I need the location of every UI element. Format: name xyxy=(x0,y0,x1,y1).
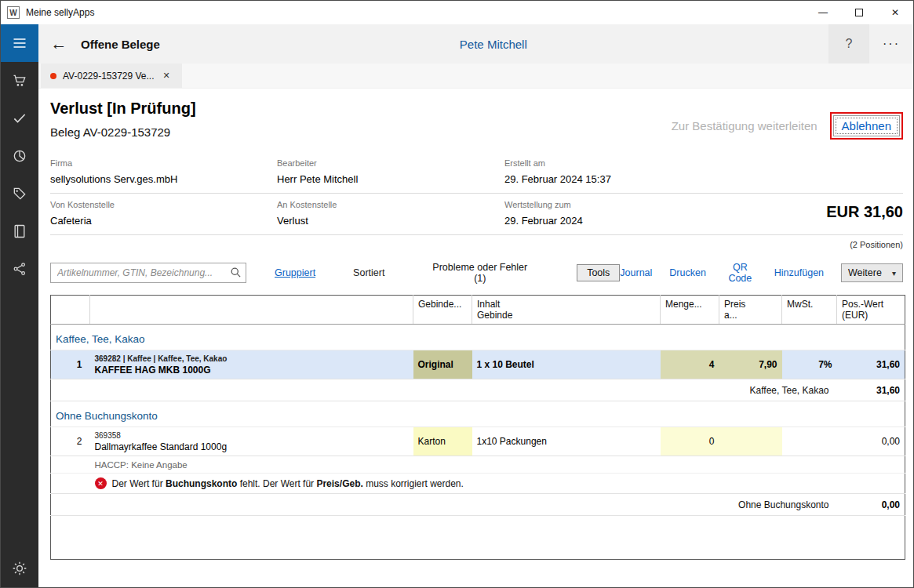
help-icon: ? xyxy=(846,37,853,50)
ellipsis-icon: ··· xyxy=(883,37,900,50)
print-link[interactable]: Drucken xyxy=(669,267,706,278)
window-controls: — ✕ xyxy=(805,1,913,24)
document-title: Verlust [In Prüfung] xyxy=(50,100,196,118)
help-button[interactable]: ? xyxy=(828,24,869,64)
item-number-cell: 1 xyxy=(51,350,90,379)
item-article-meta: 369358 xyxy=(95,431,409,440)
tab-label: AV-0229-153729 Ve... xyxy=(63,71,155,82)
book-icon xyxy=(12,223,27,239)
validation-error-row: ✕Der Wert für Buchungskonto fehlt. Der W… xyxy=(51,474,905,494)
column-header-gebinde[interactable]: Gebinde... xyxy=(413,296,472,325)
column-header-menge[interactable]: Menge... xyxy=(661,296,719,325)
sidebar-item-journal[interactable] xyxy=(1,212,38,250)
sidebar-item-tasks[interactable] xyxy=(1,100,38,137)
tag-icon xyxy=(12,186,27,201)
table-filler-row xyxy=(51,516,905,560)
error-spacer-cell xyxy=(51,474,90,494)
haccp-spacer-cell xyxy=(51,456,90,474)
more-dropdown-label: Weitere xyxy=(848,267,882,278)
items-toolbar: Gruppiert Sortiert Probleme oder Fehler … xyxy=(50,262,903,284)
app-header: ← Offene Belege Pete Mitchell ? ··· xyxy=(38,24,913,64)
positions-count: (2 Positionen) xyxy=(50,240,903,249)
minimize-icon: — xyxy=(818,7,828,18)
tab-document[interactable]: AV-0229-153729 Ve... ✕ xyxy=(41,64,182,88)
item-gebinde-cell[interactable]: Original xyxy=(413,350,472,379)
sidebar xyxy=(1,24,38,587)
back-button[interactable]: ← xyxy=(42,24,76,64)
maximize-button[interactable] xyxy=(841,1,877,24)
titlebar-left: W Meine sellyApps xyxy=(1,6,94,19)
validation-error-cell: ✕Der Wert für Buchungskonto fehlt. Der W… xyxy=(90,474,905,494)
hamburger-menu-button[interactable] xyxy=(1,24,38,62)
sidebar-item-cart[interactable] xyxy=(1,62,38,100)
forward-for-confirmation-button[interactable]: Zur Bestätigung weiterleiten xyxy=(672,119,818,132)
article-search-input[interactable] xyxy=(50,263,246,283)
sidebar-spacer xyxy=(1,288,38,550)
column-header-wert[interactable]: Pos.-Wert (EUR) xyxy=(837,296,905,325)
journal-link[interactable]: Journal xyxy=(620,267,652,278)
table-row-item-2[interactable]: 2 369358 Dallmayrkaffee Standard 1000g K… xyxy=(51,427,905,456)
cart-icon xyxy=(12,73,27,89)
column-header-inhalt[interactable]: Inhalt Gebinde xyxy=(472,296,661,325)
group-header-ohne-buchungskonto[interactable]: Ohne Buchungskonto xyxy=(51,401,905,427)
field-bearbeiter: Bearbeiter Herr Pete Mitchell xyxy=(277,158,504,185)
item-mwst-cell: 7% xyxy=(782,350,837,379)
more-actions-dropdown[interactable]: Weitere ▾ xyxy=(841,263,903,282)
hamburger-icon xyxy=(12,35,27,51)
field-an-kostenstelle-label: An Kostenstelle xyxy=(277,200,504,209)
problems-filter-toggle[interactable]: Probleme oder Fehler (1) xyxy=(428,262,531,284)
sidebar-item-prices[interactable] xyxy=(1,175,38,212)
subtotal-label-kaffee: Kaffee, Tee, Kakao xyxy=(51,379,837,401)
sidebar-item-reports[interactable] xyxy=(1,137,38,175)
sorted-toggle[interactable]: Sortiert xyxy=(353,267,384,278)
page-title: Offene Belege xyxy=(81,38,160,51)
pie-chart-icon xyxy=(12,148,27,164)
qr-code-link[interactable]: QR Code xyxy=(723,262,757,284)
column-header-number xyxy=(51,296,90,325)
group-header-kaffee[interactable]: Kaffee, Tee, Kakao xyxy=(51,325,905,350)
field-erstellt-am: Erstellt am 29. Februar 2024 15:37 xyxy=(504,158,903,185)
item-menge-cell[interactable]: 0 xyxy=(661,427,719,456)
positions-table: Gebinde... Inhalt Gebinde Menge... Preis… xyxy=(50,295,905,560)
field-an-kostenstelle: An Kostenstelle Verlust xyxy=(277,200,504,227)
subtotal-value-ohne-buchungskonto: 0,00 xyxy=(837,494,905,516)
item-preis-cell[interactable] xyxy=(719,427,782,456)
grouped-toggle[interactable]: Gruppiert xyxy=(275,267,315,278)
field-von-kostenstelle-value: Cafeteria xyxy=(50,215,277,227)
window-title: Meine sellyApps xyxy=(26,7,94,18)
tools-button[interactable]: Tools xyxy=(577,264,620,281)
subtotal-value-kaffee: 31,60 xyxy=(837,379,905,401)
item-wert-cell: 31,60 xyxy=(837,350,905,379)
minimize-button[interactable]: — xyxy=(805,1,841,24)
fields-row-1: Firma sellysolutions Serv.ges.mbH Bearbe… xyxy=(50,152,903,194)
document-fields: Firma sellysolutions Serv.ges.mbH Bearbe… xyxy=(50,152,903,249)
fields-row-2: Von Kostenstelle Cafeteria An Kostenstel… xyxy=(50,194,903,235)
table-row-item-1[interactable]: 1 369282 | Kaffee | Kaffee, Tee, Kakao K… xyxy=(51,350,905,379)
close-icon: ✕ xyxy=(891,7,899,18)
close-button[interactable]: ✕ xyxy=(877,1,913,24)
item-article-meta: 369282 | Kaffee | Kaffee, Tee, Kakao xyxy=(95,354,409,363)
current-user-link[interactable]: Pete Mitchell xyxy=(460,38,527,51)
reject-button[interactable]: Ablehnen xyxy=(833,115,900,136)
tab-close-icon[interactable]: ✕ xyxy=(161,69,173,82)
add-item-link[interactable]: Hinzufügen xyxy=(774,267,824,278)
item-article-name: Dallmayrkaffee Standard 1000g xyxy=(95,441,409,452)
table-header-row: Gebinde... Inhalt Gebinde Menge... Preis… xyxy=(51,296,905,325)
sidebar-item-network[interactable] xyxy=(1,250,38,288)
group-header-row: Ohne Buchungskonto xyxy=(51,401,905,427)
document-number: Beleg AV-0229-153729 xyxy=(50,125,196,139)
item-gebinde-cell[interactable]: Karton xyxy=(413,427,472,456)
search-wrap xyxy=(50,263,246,283)
item-mwst-cell xyxy=(782,427,837,456)
sidebar-item-settings[interactable] xyxy=(1,550,38,587)
field-firma-label: Firma xyxy=(50,158,277,168)
column-header-mwst[interactable]: MwSt. xyxy=(782,296,837,325)
more-options-button[interactable]: ··· xyxy=(869,24,913,64)
column-header-preis[interactable]: Preis a... xyxy=(719,296,782,325)
app-icon: W xyxy=(7,6,20,19)
item-menge-cell[interactable]: 4 xyxy=(661,350,719,379)
document-total: EUR 31,60 xyxy=(826,203,903,221)
field-von-kostenstelle-label: Von Kostenstelle xyxy=(50,200,277,209)
group-header-row: Kaffee, Tee, Kakao xyxy=(51,325,905,350)
item-preis-cell[interactable]: 7,90 xyxy=(719,350,782,379)
